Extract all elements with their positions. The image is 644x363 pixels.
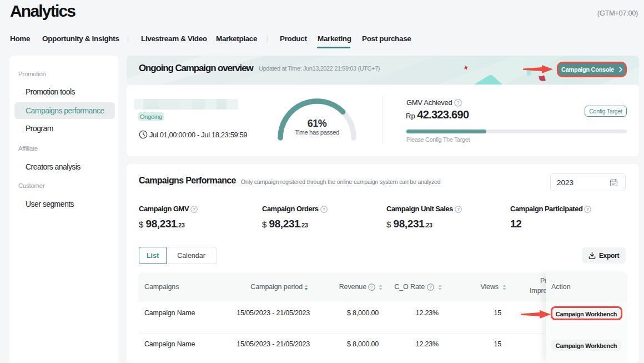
svg-text:?: ?: [457, 100, 460, 106]
svg-text:?: ?: [193, 207, 195, 212]
svg-text:?: ?: [429, 285, 432, 290]
svg-text:?: ?: [457, 207, 460, 212]
svg-text:?: ?: [370, 285, 373, 290]
svg-text:?: ?: [323, 207, 325, 212]
svg-text:?: ?: [587, 207, 590, 212]
